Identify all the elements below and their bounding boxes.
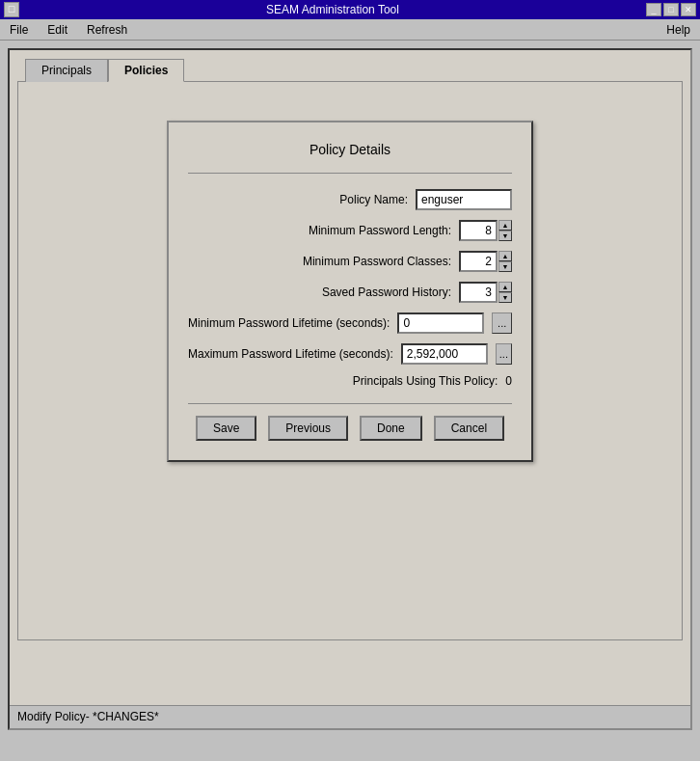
saved-pw-history-label: Saved Password History: xyxy=(322,285,451,299)
min-pw-length-spinner-btns: ▲ ▼ xyxy=(498,220,512,241)
policy-details-dialog: Policy Details Policy Name: Minimum Pass… xyxy=(167,121,533,462)
menu-items: File Edit Refresh xyxy=(4,21,133,39)
min-pw-classes-spin-down[interactable]: ▼ xyxy=(498,261,512,272)
tabs-container: Principals Policies xyxy=(10,50,690,81)
status-text: Modify Policy- *CHANGES* xyxy=(17,710,159,723)
menu-bar: File Edit Refresh Help xyxy=(0,19,700,41)
min-pw-lifetime-row: Minimum Password Lifetime (seconds): ... xyxy=(188,313,512,334)
min-pw-length-row: Minimum Password Length: ▲ ▼ xyxy=(188,220,512,241)
tab-policies[interactable]: Policies xyxy=(108,59,184,82)
principals-policy-row: Principals Using This Policy: 0 xyxy=(188,374,512,388)
title-bar: ☐ SEAM Administration Tool _ □ ✕ xyxy=(0,0,700,19)
min-pw-lifetime-input[interactable] xyxy=(397,313,484,334)
min-pw-classes-row: Minimum Password Classes: ▲ ▼ xyxy=(188,251,512,272)
min-pw-length-label: Minimum Password Length: xyxy=(309,224,451,237)
window-title: SEAM Administration Tool xyxy=(19,3,646,16)
min-pw-classes-label: Minimum Password Classes: xyxy=(303,255,451,268)
policy-name-input[interactable] xyxy=(416,189,512,210)
main-content: Principals Policies Policy Details Polic… xyxy=(8,48,692,730)
menu-edit[interactable]: Edit xyxy=(41,21,73,39)
policy-name-label: Policy Name: xyxy=(339,193,408,206)
min-pw-length-spinner: ▲ ▼ xyxy=(459,220,512,241)
min-pw-length-spin-down[interactable]: ▼ xyxy=(498,231,512,241)
min-pw-classes-input[interactable] xyxy=(459,251,498,272)
min-pw-lifetime-label: Minimum Password Lifetime (seconds): xyxy=(188,316,390,330)
dialog-title: Policy Details xyxy=(188,142,512,157)
done-button[interactable]: Done xyxy=(360,416,422,441)
tab-principals[interactable]: Principals xyxy=(25,59,108,82)
previous-button[interactable]: Previous xyxy=(268,416,348,441)
dialog-buttons: Save Previous Done Cancel xyxy=(188,416,512,441)
min-pw-length-spin-up[interactable]: ▲ xyxy=(498,220,512,231)
window-icon: ☐ xyxy=(4,2,19,17)
min-pw-length-input[interactable] xyxy=(459,220,498,241)
saved-pw-history-spinner-btns: ▲ ▼ xyxy=(498,282,512,303)
menu-refresh[interactable]: Refresh xyxy=(81,21,133,39)
dialog-separator-top xyxy=(188,173,512,174)
saved-pw-history-spinner: ▲ ▼ xyxy=(459,282,512,303)
close-button[interactable]: ✕ xyxy=(681,3,696,16)
min-pw-lifetime-ellipsis-button[interactable]: ... xyxy=(492,313,512,334)
saved-pw-history-spin-down[interactable]: ▼ xyxy=(498,292,512,303)
dialog-separator-bottom xyxy=(188,403,512,404)
min-pw-classes-spinner: ▲ ▼ xyxy=(459,251,512,272)
min-pw-classes-spinner-btns: ▲ ▼ xyxy=(498,251,512,272)
menu-help[interactable]: Help xyxy=(660,21,696,39)
max-pw-lifetime-input[interactable] xyxy=(401,343,488,365)
saved-pw-history-input[interactable] xyxy=(459,282,498,303)
save-button[interactable]: Save xyxy=(196,416,256,441)
tab-panel-policies: Policy Details Policy Name: Minimum Pass… xyxy=(17,81,683,640)
maximize-button[interactable]: □ xyxy=(663,3,679,16)
saved-pw-history-row: Saved Password History: ▲ ▼ xyxy=(188,282,512,303)
min-pw-classes-spin-up[interactable]: ▲ xyxy=(498,251,512,261)
title-bar-controls: _ □ ✕ xyxy=(646,3,696,16)
max-pw-lifetime-ellipsis-button[interactable]: ... xyxy=(496,343,512,365)
saved-pw-history-spin-up[interactable]: ▲ xyxy=(498,282,512,292)
principals-policy-value: 0 xyxy=(505,374,512,388)
cancel-button[interactable]: Cancel xyxy=(434,416,504,441)
policy-name-row: Policy Name: xyxy=(188,189,512,210)
max-pw-lifetime-label: Maximum Password Lifetime (seconds): xyxy=(188,347,393,361)
status-bar: Modify Policy- *CHANGES* xyxy=(10,705,690,728)
minimize-button[interactable]: _ xyxy=(646,3,661,16)
menu-file[interactable]: File xyxy=(4,21,34,39)
principals-policy-label: Principals Using This Policy: xyxy=(353,374,498,388)
max-pw-lifetime-row: Maximum Password Lifetime (seconds): ... xyxy=(188,343,512,365)
